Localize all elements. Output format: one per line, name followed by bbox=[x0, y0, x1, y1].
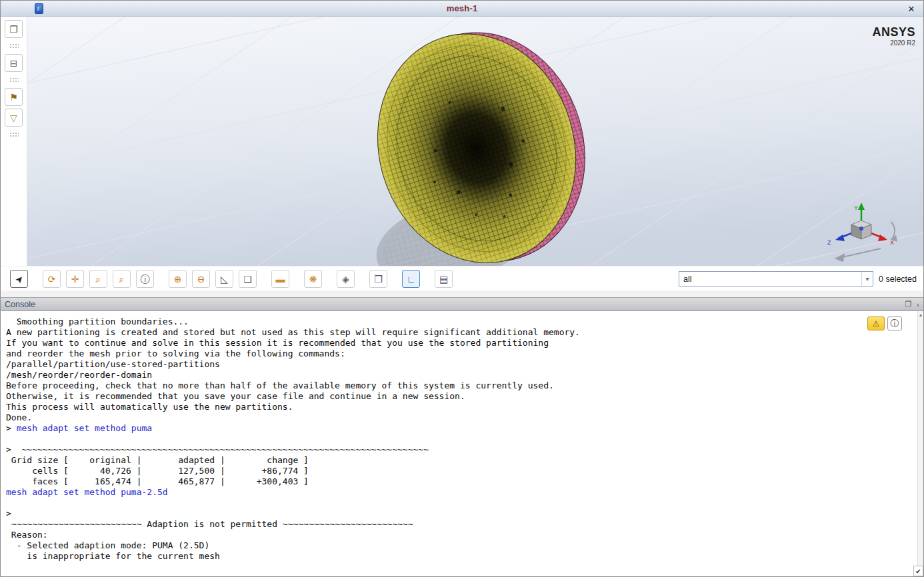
toolbar-separator-dots bbox=[9, 132, 19, 137]
autoscroll-checkbox[interactable]: ✔ bbox=[913, 566, 923, 576]
console-line: This process will automatically use the … bbox=[6, 402, 910, 412]
toolbar-button[interactable]: ➤ bbox=[10, 270, 28, 288]
selection-count: 0 selected bbox=[879, 275, 917, 284]
console-line-text: Done. bbox=[6, 412, 32, 422]
console-line: > mesh adapt set method puma bbox=[6, 423, 910, 434]
toolbar-button[interactable]: ❏ bbox=[239, 270, 257, 288]
console-line-text: Reason: bbox=[6, 530, 48, 540]
orientation-triad[interactable]: Y X Z bbox=[817, 202, 903, 265]
tool-icon: ⓘ bbox=[141, 275, 150, 284]
console-header: Console ❐ ‹ bbox=[1, 297, 923, 311]
info-icon: ⓘ bbox=[891, 318, 899, 330]
left-toolbar-button[interactable]: ▽ bbox=[5, 109, 23, 127]
tool-icon: ❐ bbox=[9, 25, 18, 34]
toolbar-button[interactable]: ◈ bbox=[337, 270, 355, 288]
mesh-scene bbox=[27, 17, 923, 266]
console-line: ~~~~~~~~~~~~~~~~~~~~~~~~~ Adaption is no… bbox=[6, 519, 910, 530]
console-line: /mesh/reorder/reorder-domain bbox=[6, 370, 910, 380]
toolbar-button[interactable]: ❒ bbox=[369, 270, 387, 288]
tool-icon: ❏ bbox=[243, 275, 252, 284]
console-line-text: > bbox=[6, 508, 11, 518]
console-output[interactable]: Smoothing partition boundaries... A new … bbox=[1, 311, 923, 576]
restore-panel-icon[interactable]: ❐ bbox=[905, 300, 911, 308]
console-splitter[interactable] bbox=[1, 290, 923, 297]
toolbar-button[interactable]: ⌕ bbox=[89, 270, 107, 288]
ansys-version: 2020 R2 bbox=[872, 39, 915, 47]
tool-icon: ∟ bbox=[407, 275, 416, 284]
toolbar-button[interactable]: ◺ bbox=[215, 270, 233, 288]
main-area: ❐ ⊟ ⚑ ▽ bbox=[1, 17, 923, 267]
console-line-text: cells [ 40,726 | 127,500 | +86,774 ] bbox=[6, 466, 309, 476]
console-line-text: This process will automatically use the … bbox=[6, 402, 293, 412]
tool-icon: ❒ bbox=[374, 275, 383, 284]
tool-icon: ⊕ bbox=[174, 275, 182, 284]
console-scrollbar[interactable]: ▲ bbox=[917, 311, 923, 566]
console-lines: Smoothing partition boundaries... A new … bbox=[6, 316, 910, 562]
console-line: Smoothing partition boundaries... bbox=[6, 316, 910, 327]
left-toolbar-button[interactable]: ⚑ bbox=[5, 88, 23, 106]
console-line: > ~~~~~~~~~~~~~~~~~~~~~~~~~~~~~~~~~~~~~~… bbox=[6, 444, 910, 455]
close-icon[interactable]: ✕ bbox=[905, 3, 917, 15]
scroll-up-icon[interactable]: ▲ bbox=[919, 312, 923, 317]
toolbar-button[interactable]: ▤ bbox=[435, 270, 453, 288]
console-line-text: mesh adapt set method puma-2.5d bbox=[6, 487, 168, 497]
console-line: /parallel/partition/use-stored-partition… bbox=[6, 359, 910, 370]
console-line: Grid size [ original | adapted | change … bbox=[6, 455, 910, 466]
toolbar-button[interactable]: ✛ bbox=[66, 270, 84, 288]
console-line: mesh adapt set method puma-2.5d bbox=[6, 487, 910, 498]
console-line: If you want to continue and solve in thi… bbox=[6, 338, 910, 348]
warning-button[interactable]: ⚠ bbox=[867, 316, 885, 330]
toolbar-button[interactable]: ⊖ bbox=[192, 270, 210, 288]
toolbar-button[interactable]: ⟳ bbox=[43, 270, 61, 288]
toolbar-button[interactable]: ∟ bbox=[402, 270, 420, 288]
ansys-logo: ANSYS 2020 R2 bbox=[872, 26, 915, 47]
collapse-panel-icon[interactable]: ‹ bbox=[917, 300, 919, 308]
toolbar-separator-dots bbox=[9, 77, 19, 83]
toolbar-button[interactable]: ⌕ bbox=[113, 270, 131, 288]
console-line: > bbox=[6, 508, 910, 519]
tool-icon: ❋ bbox=[309, 275, 317, 284]
console-actions: ⚠ ⓘ bbox=[867, 316, 902, 330]
tool-icon: ▽ bbox=[10, 113, 17, 123]
console-line-text: /parallel/partition/use-stored-partition… bbox=[6, 359, 220, 369]
console-line bbox=[6, 434, 910, 444]
tool-icon: ◺ bbox=[221, 275, 228, 284]
info-button[interactable]: ⓘ bbox=[887, 316, 902, 330]
toolbar-buttons: ➤ ⟳ ✛ ⌕ ⌕ ⓘ bbox=[10, 270, 458, 288]
console-line: Done. bbox=[6, 412, 910, 423]
chevron-down-icon: ▾ bbox=[861, 272, 873, 286]
window-icon[interactable]: F bbox=[35, 3, 43, 14]
console-line-text: and reorder the mesh prior to solving vi… bbox=[6, 348, 345, 358]
axis-label-y: Y bbox=[854, 205, 858, 211]
console-prompt: > bbox=[6, 423, 17, 433]
console-line-text: ~~~~~~~~~~~~~~~~~~~~~~~~~ Adaption is no… bbox=[6, 519, 413, 529]
console-line-text: - Selected adaption mode: PUMA (2.5D) bbox=[6, 540, 209, 550]
toolbar-button[interactable]: ❋ bbox=[304, 270, 322, 288]
toolbar-button[interactable]: ⊕ bbox=[169, 270, 187, 288]
console-line-text: Smoothing partition boundaries... bbox=[6, 316, 189, 326]
console-line-text: Grid size [ original | adapted | change … bbox=[6, 455, 309, 465]
viewport-3d[interactable]: ANSYS 2020 R2 Y X Z bbox=[27, 17, 923, 267]
toolbar-button[interactable]: ▬ bbox=[271, 270, 289, 288]
titlebar: F mesh-1 ✕ bbox=[1, 1, 923, 17]
console-line-text: is inappropriate for the current mesh bbox=[6, 551, 220, 561]
tool-icon: ➤ bbox=[13, 273, 25, 285]
toolbar-button[interactable]: ⓘ bbox=[136, 270, 154, 288]
console-line: cells [ 40,726 | 127,500 | +86,774 ] bbox=[6, 466, 910, 476]
axis-label-x: X bbox=[890, 239, 894, 246]
console-line: Otherwise, it is recommended that you sa… bbox=[6, 391, 910, 402]
console-line: Before proceeding, check that no more th… bbox=[6, 380, 910, 391]
left-toolbar-button[interactable]: ⊟ bbox=[5, 54, 23, 72]
left-toolbar-button[interactable]: ❐ bbox=[5, 20, 23, 38]
tool-icon: ▬ bbox=[276, 275, 285, 284]
console-line-text: If you want to continue and solve in thi… bbox=[6, 338, 549, 348]
tool-icon: ⟳ bbox=[48, 275, 56, 284]
console-line-text: mesh adapt set method puma bbox=[17, 423, 153, 433]
warning-icon: ⚠ bbox=[873, 319, 880, 328]
tool-icon: ⚑ bbox=[9, 93, 18, 102]
console-line: and reorder the mesh prior to solving vi… bbox=[6, 348, 910, 359]
axis-label-z: Z bbox=[827, 239, 831, 246]
tool-icon: ✛ bbox=[71, 275, 79, 284]
selection-filter-dropdown[interactable]: all ▾ bbox=[679, 271, 873, 287]
graphics-toolbar: ➤ ⟳ ✛ ⌕ ⌕ ⓘ bbox=[1, 267, 923, 290]
